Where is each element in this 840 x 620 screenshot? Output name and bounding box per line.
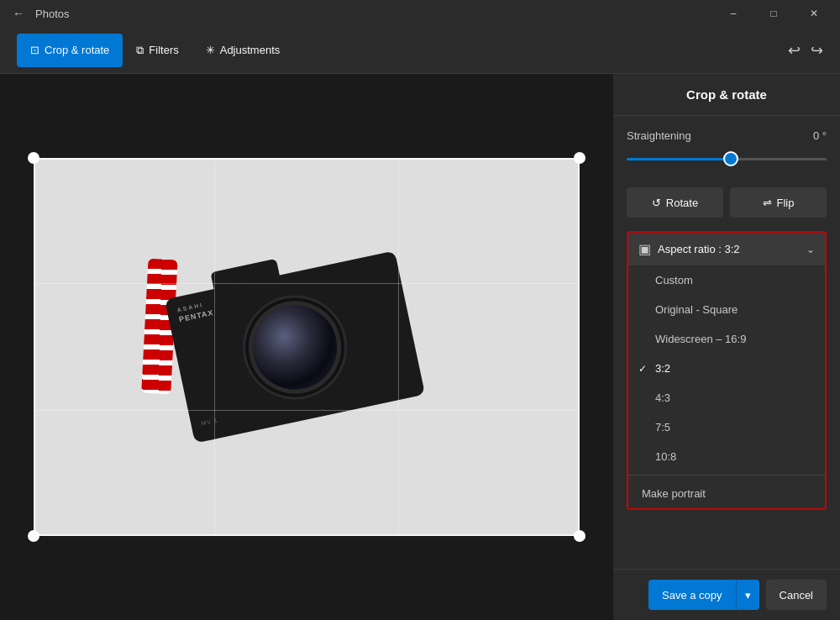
save-dropdown-icon: ▾ <box>745 589 751 602</box>
aspect-item-7-5[interactable]: 7:5 <box>628 412 825 442</box>
straightening-section: Straightening 0 ° <box>613 116 840 181</box>
rotate-label: Rotate <box>666 197 698 209</box>
undo-redo-group: ↩ ↪ <box>788 41 823 60</box>
redo-button[interactable]: ↪ <box>811 41 823 60</box>
chevron-down-icon: ⌄ <box>806 244 815 255</box>
toolbar: ⊡ Crop & rotate ⧉ Filters ✳ Adjustments … <box>0 27 840 74</box>
aspect-ratio-icon: ▣ <box>638 241 651 257</box>
handle-top-right[interactable] <box>574 152 585 164</box>
rotate-button[interactable]: ↺ Rotate <box>627 187 723 218</box>
straightening-label: Straightening <box>627 129 691 142</box>
save-copy-button[interactable]: Save a copy <box>648 580 736 610</box>
handle-bottom-right[interactable] <box>574 530 585 542</box>
slider-fill <box>627 158 731 160</box>
aspect-ratio-dropdown[interactable]: ▣ Aspect ratio : 3:2 ⌄ Custom Original -… <box>627 231 827 510</box>
aspect-item-4-3[interactable]: 4:3 <box>628 383 825 412</box>
crop-rotate-label: Crop & rotate <box>45 44 109 56</box>
crop-rotate-icon: ⊡ <box>30 44 39 56</box>
flip-button[interactable]: ⇌ Flip <box>730 187 827 218</box>
crop-container: ASAHI PENTAX MV 1 <box>34 158 580 536</box>
close-button[interactable]: ✕ <box>795 0 833 27</box>
handle-top-left[interactable] <box>28 152 39 164</box>
aspect-item-widescreen[interactable]: Widescreen – 16:9 <box>628 324 825 354</box>
flip-label: Flip <box>777 197 795 209</box>
aspect-item-3-2[interactable]: 3:2 <box>628 354 825 383</box>
window-controls: – □ ✕ <box>714 0 833 27</box>
filters-button[interactable]: ⧉ Filters <box>123 34 192 67</box>
crop-overlay <box>34 158 580 536</box>
aspect-item-original-square[interactable]: Original - Square <box>628 295 825 324</box>
straightening-slider[interactable] <box>627 150 827 167</box>
adjustments-label: Adjustments <box>220 44 281 56</box>
cancel-button[interactable]: Cancel <box>766 580 827 610</box>
slider-track <box>627 158 827 160</box>
main-area: ASAHI PENTAX MV 1 Crop & rotate <box>0 74 840 620</box>
undo-button[interactable]: ↩ <box>788 41 801 60</box>
crop-rotate-button[interactable]: ⊡ Crop & rotate <box>17 34 123 67</box>
aspect-ratio-list: Custom Original - Square Widescreen – 16… <box>628 265 825 508</box>
straightening-value: 0 ° <box>813 129 827 142</box>
filters-label: Filters <box>149 44 178 56</box>
aspect-divider <box>628 475 825 476</box>
save-dropdown-button[interactable]: ▾ <box>736 580 759 610</box>
adjustments-button[interactable]: ✳ Adjustments <box>192 34 294 67</box>
title-bar: ← Photos – □ ✕ <box>0 0 840 27</box>
flip-icon: ⇌ <box>763 197 772 209</box>
aspect-item-custom[interactable]: Custom <box>628 265 825 295</box>
canvas-area: ASAHI PENTAX MV 1 <box>0 74 613 620</box>
back-icon: ← <box>13 7 24 20</box>
back-button[interactable]: ← <box>7 2 30 25</box>
filters-icon: ⧉ <box>136 44 144 57</box>
rotate-icon: ↺ <box>652 197 661 209</box>
aspect-ratio-header[interactable]: ▣ Aspect ratio : 3:2 ⌄ <box>628 233 825 265</box>
panel-title: Crop & rotate <box>613 74 840 116</box>
rotate-flip-row: ↺ Rotate ⇌ Flip <box>613 181 840 224</box>
crop-border <box>34 158 580 536</box>
bottom-bar: Save a copy ▾ Cancel <box>613 569 840 620</box>
aspect-item-10-8[interactable]: 10:8 <box>628 442 825 471</box>
adjustments-icon: ✳ <box>206 44 215 56</box>
save-button-group: Save a copy ▾ <box>648 580 759 610</box>
app-title: Photos <box>35 8 714 20</box>
right-panel: Crop & rotate Straightening 0 ° ↺ <box>613 74 840 620</box>
slider-thumb[interactable] <box>723 151 738 166</box>
aspect-ratio-label: Aspect ratio : 3:2 <box>658 243 740 255</box>
make-portrait-button[interactable]: Make portrait <box>628 479 825 508</box>
handle-bottom-left[interactable] <box>28 530 39 542</box>
maximize-button[interactable]: □ <box>754 0 793 27</box>
minimize-button[interactable]: – <box>714 0 753 27</box>
